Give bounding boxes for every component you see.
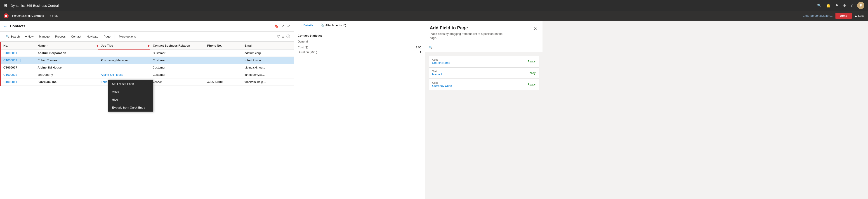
svg-point-0 — [5, 15, 7, 17]
detail-row: Duration (Min.) 1 — [298, 50, 421, 55]
contacts-table: No. Name ↑ Job Title ▶ Contact Business … — [0, 41, 293, 86]
new-button[interactable]: + New — [23, 34, 36, 39]
user-avatar[interactable]: F — [857, 2, 864, 9]
col-relation: Contact Business Relation — [150, 42, 204, 49]
context-hide[interactable]: Hide — [108, 96, 153, 104]
field-name-link[interactable]: Search Name — [432, 61, 450, 64]
field-item-details: Code Currency Code — [432, 81, 452, 87]
toolbar-separator — [115, 34, 115, 39]
bookmark-icon[interactable]: 🔖 — [274, 24, 279, 28]
cell-name: Adatum Corporation — [35, 49, 98, 57]
cell-no[interactable]: CT000011 — [0, 78, 35, 85]
filter-icon[interactable]: ▽ — [277, 34, 280, 39]
col-phone: Phone No. — [205, 42, 242, 49]
add-field-header: Add Field to Page Place fields by draggi… — [425, 21, 542, 43]
table-header-row: No. Name ↑ Job Title ▶ Contact Business … — [0, 42, 294, 49]
main-area: ← Contacts 🔖 ↗ ⤢ 🔍 Search + New Manage P… — [0, 21, 868, 199]
cell-relation: Customer — [150, 71, 204, 78]
add-field-search-input[interactable] — [434, 46, 539, 49]
less-button[interactable]: ▲ Less — [855, 14, 864, 18]
cell-phone — [205, 64, 242, 71]
cell-relation: Customer — [150, 64, 204, 71]
tab-attachments[interactable]: 📎 Attachments (0) — [317, 21, 350, 30]
share-icon[interactable]: ↗ — [281, 24, 284, 28]
expand-icon[interactable]: ⤢ — [287, 24, 290, 28]
cell-relation: Customer — [150, 57, 204, 64]
done-button[interactable]: Done — [835, 13, 852, 19]
cell-email: fabrikam.inc@... — [242, 78, 293, 85]
cell-phone: 4255550101 — [205, 78, 242, 85]
personalizing-label: Personalizing: Contacts — [12, 14, 44, 18]
detail-cost-label: Cost ($) — [298, 46, 308, 49]
page-button[interactable]: Page — [101, 34, 113, 39]
cell-no[interactable]: CT000002 ⋮ — [0, 57, 35, 64]
add-field-search-bar: 🔍 — [425, 43, 542, 52]
detail-duration-value: 1 — [420, 51, 421, 54]
cell-email: ian.deberry@... — [242, 71, 293, 78]
field-name-link[interactable]: Currency Code — [432, 84, 452, 87]
table-row[interactable]: CT000008 Ian Deberry Alpine Ski House Cu… — [0, 71, 294, 78]
cell-no[interactable]: CT000001 — [0, 49, 35, 57]
panel-header: ← Contacts 🔖 ↗ ⤢ — [0, 21, 293, 32]
cell-name: Robert Townes — [35, 57, 98, 64]
context-set-freeze-pane[interactable]: Set Freeze Pane — [108, 80, 153, 88]
field-item-row: Code Currency Code Ready — [432, 81, 535, 87]
info-icon[interactable]: ⓘ — [286, 34, 290, 39]
contacts-panel: ← Contacts 🔖 ↗ ⤢ 🔍 Search + New Manage P… — [0, 21, 294, 199]
personalizing-circle-icon — [4, 13, 8, 18]
cell-job-title: Purchasing Manager — [98, 57, 150, 64]
add-field-header-text: Add Field to Page Place fields by draggi… — [430, 25, 506, 40]
close-button[interactable]: ✕ — [533, 25, 538, 32]
more-options-button[interactable]: More options — [117, 34, 138, 39]
back-button[interactable]: ← — [4, 24, 7, 28]
contact-button[interactable]: Contact — [69, 34, 84, 39]
tab-details[interactable]: ○ Details — [297, 21, 317, 30]
list-icon[interactable]: ☰ — [281, 34, 285, 39]
process-button[interactable]: Process — [53, 34, 68, 39]
table-row[interactable]: CT000002 ⋮ Robert Townes Purchasing Mana… — [0, 57, 294, 64]
search-button[interactable]: 🔍 Search — [4, 34, 22, 39]
context-move[interactable]: Move — [108, 88, 153, 96]
cell-job-title — [98, 64, 150, 71]
field-name-link[interactable]: Name 2 — [432, 73, 442, 76]
field-type-label: Code — [432, 58, 450, 61]
detail-duration-label: Duration (Min.) — [298, 51, 317, 54]
context-exclude-quick-entry[interactable]: Exclude from Quick Entry — [108, 104, 153, 112]
cell-phone — [205, 57, 242, 64]
cell-no[interactable]: CT000007 — [0, 64, 35, 71]
toolbar-right-icons: ▽ ☰ ⓘ — [277, 34, 290, 39]
help-icon[interactable]: ? — [850, 3, 852, 7]
detail-content: Contact Statistics General Cost ($) 8.00… — [294, 30, 425, 58]
manage-button[interactable]: Manage — [37, 34, 52, 39]
field-type-label: Code — [432, 81, 452, 84]
field-item-name2: Text Name 2 Ready — [429, 67, 539, 79]
navigate-button[interactable]: Navigate — [84, 34, 100, 39]
cell-phone — [205, 71, 242, 78]
add-field-button[interactable]: + Field — [48, 13, 60, 18]
detail-cost-value: 8.00 — [416, 46, 421, 49]
cell-no[interactable]: CT000008 — [0, 71, 35, 78]
details-icon: ○ — [301, 24, 302, 27]
gear-icon[interactable]: ⚙ — [843, 3, 846, 8]
cell-phone — [205, 49, 242, 57]
cell-email: robert.towne... — [242, 57, 293, 64]
field-item-currency-code: Code Currency Code Ready — [429, 79, 539, 90]
col-no: No. — [0, 42, 35, 49]
table-row[interactable]: CT000001 Adatum Corporation Customer ada… — [0, 49, 294, 57]
detail-tabs: ○ Details 📎 Attachments (0) — [294, 21, 425, 30]
search-icon[interactable]: 🔍 — [817, 3, 822, 8]
row-menu-icon[interactable]: ⋮ — [18, 58, 23, 62]
add-field-panel: Add Field to Page Place fields by draggi… — [425, 21, 542, 199]
flag-icon[interactable]: ⚑ — [835, 3, 838, 8]
cell-relation: Vendor — [150, 78, 204, 85]
paperclip-icon: 📎 — [320, 24, 324, 27]
clear-personalization-button[interactable]: Clear personalization... — [803, 14, 833, 18]
add-field-field-list: Code Search Name Ready Text Name 2 Ready — [425, 52, 542, 199]
cell-name: Ian Deberry — [35, 71, 98, 78]
col-email: Email — [242, 42, 293, 49]
field-item-search-name: Code Search Name Ready — [429, 56, 539, 67]
bell-icon[interactable]: 🔔 — [826, 3, 831, 8]
table-row[interactable]: CT000007 Alpine Ski House Customer alpin… — [0, 64, 294, 71]
app-grid-icon[interactable]: ⊞ — [4, 3, 7, 8]
detail-subsection: General — [298, 40, 421, 43]
